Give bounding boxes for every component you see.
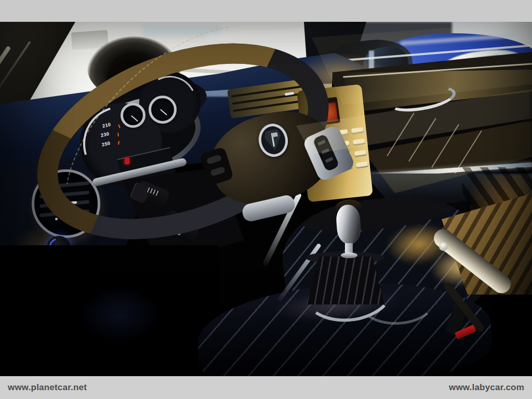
- watermark-bar: www.planetcar.net www.labycar.com: [0, 376, 532, 399]
- screenshot-frame: 50 40 210 230 250: [0, 0, 532, 399]
- footwell-blue-tint: [78, 287, 161, 344]
- car-interior-photo: 50 40 210 230 250: [0, 22, 532, 376]
- boot-folds: [307, 257, 384, 304]
- gear-knob-collar: [341, 252, 357, 258]
- spoke-button: [325, 157, 334, 163]
- footwell-shadow: [0, 245, 218, 376]
- spoke-button: [206, 154, 222, 165]
- watermark-left: www.planetcar.net: [8, 382, 87, 393]
- vent-dot: [55, 218, 58, 220]
- handbrake-button: [439, 242, 448, 251]
- gear-shift-boot: [307, 257, 384, 304]
- lancia-logo: [256, 122, 290, 159]
- top-letterbox-bar: [0, 0, 532, 22]
- spoke-button: [321, 148, 329, 154]
- spoke-button: [317, 140, 326, 146]
- watermark-right: www.labycar.com: [449, 382, 524, 393]
- gear-knob-stem: [345, 243, 353, 254]
- spoke-button: [210, 166, 225, 177]
